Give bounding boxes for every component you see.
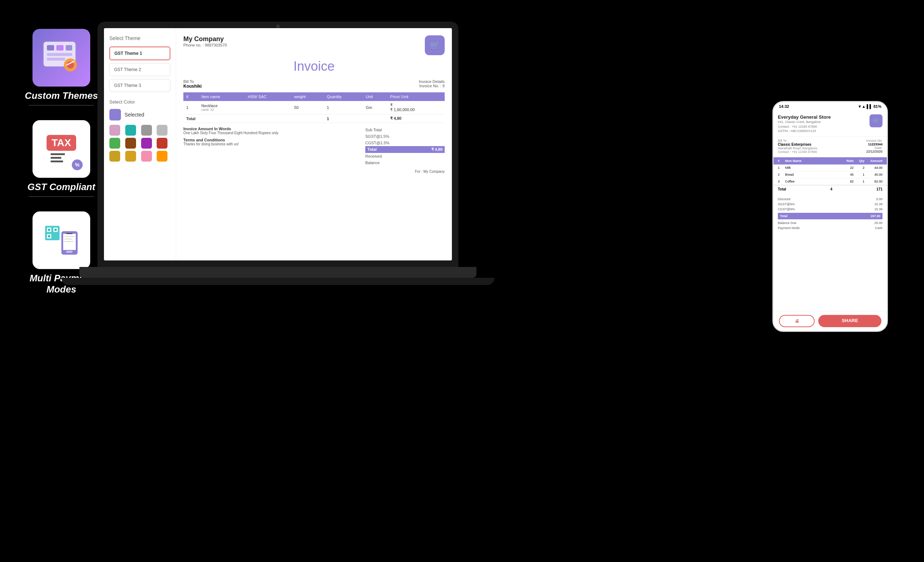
color-swatch-2[interactable] — [141, 125, 152, 136]
feature-custom-themes: Custom Themes — [25, 29, 98, 106]
th-num: # — [183, 92, 198, 101]
color-swatch-7[interactable] — [157, 138, 168, 149]
pr1-rate: 22 — [839, 166, 854, 170]
phone-sgst-row: SGST@9% 15.39 — [778, 202, 882, 207]
company-info: My Company Phone no. : 9897303570 — [183, 35, 227, 47]
left-features-panel: Custom Themes TAX % GST Compliant — [22, 29, 101, 295]
divider-2 — [29, 196, 94, 197]
phone-date-val: 22/12/2020 — [866, 150, 882, 153]
table-row: 1 Necklace carat: 22 50 1 Gm ₹ — [183, 101, 445, 114]
multi-payment-svg — [42, 222, 81, 258]
phone-table: # Item Name Rate Qty Amount 1 Milk 22 2 … — [774, 157, 887, 193]
pr3-item: Coffee — [785, 179, 839, 183]
phone-store-gstin: GSTIN - ABC13456XX123 — [778, 129, 831, 133]
svg-rect-5 — [47, 58, 65, 61]
company-phone: Phone no. : 9897303570 — [183, 43, 227, 47]
svg-rect-24 — [64, 238, 72, 239]
phone-table-row-3: 3 Coffee 82 1 82.00 — [774, 178, 887, 185]
multi-payment-icon-box — [33, 211, 90, 269]
cgst-label: CGST@1.5% — [365, 140, 390, 145]
phone-container: 14:32 ▼▲ ▌▌ 81% Everyday General Store #… — [772, 101, 888, 332]
phone-customer-name: Classic Enterprises — [778, 142, 818, 146]
invoice-no: Invoice No. : 9 — [418, 84, 445, 88]
phone-summary: Discount 5.00 SGST@9% 15.39 CGST@9% 15.3… — [774, 194, 887, 233]
svg-rect-23 — [64, 236, 75, 237]
lines-icon — [51, 152, 72, 163]
phone-cgst-val: 15.39 — [874, 208, 882, 211]
phone-cgst-row: CGST@9% 15.39 — [778, 207, 882, 212]
phone-store-info: Everyday General Store #41, Classic Cres… — [778, 114, 831, 133]
price-value: ₹ 1,60,000.00 — [390, 108, 442, 112]
pr2-item: Bread — [785, 173, 839, 176]
gst-compliant-icon-box: TAX % — [33, 120, 90, 178]
phone-sgst-label: SGST@9% — [778, 202, 795, 206]
color-swatch-0[interactable] — [110, 125, 120, 136]
phone-total-label: Total — [778, 187, 786, 191]
phone-print-button[interactable]: 🖨 — [779, 315, 814, 327]
phone-customer-address: Marathalli Road, Bangalore, — [778, 146, 818, 150]
phone-invoice-meta: Bill To: Classic Enterprises Marathalli … — [774, 136, 887, 156]
pr2-rate: 45 — [839, 173, 854, 176]
color-swatch-4[interactable] — [110, 138, 120, 149]
color-swatch-11[interactable] — [157, 151, 168, 161]
summary-total: Total ₹ 4,80 — [365, 146, 445, 153]
pr1-qty: 2 — [854, 166, 864, 170]
theme-option-1[interactable]: GST Theme 1 — [110, 46, 170, 60]
words-text: One Lakh Sixty Four Thousand Eight Hundr… — [183, 131, 278, 135]
color-swatch-6[interactable] — [141, 138, 152, 149]
ph-th-item: Item Name — [785, 159, 839, 163]
pr2-amt: 45.00 — [864, 173, 882, 176]
svg-rect-17 — [54, 229, 57, 231]
svg-rect-21 — [66, 233, 72, 234]
ph-th-amount: Amount — [864, 159, 882, 163]
summary-received: Received — [365, 153, 445, 160]
percent-icon: % — [72, 160, 82, 170]
phone-customer-contact: Contact : +91 12345 67890 — [778, 150, 818, 154]
color-swatch-9[interactable] — [125, 151, 136, 161]
pr1-num: 1 — [778, 166, 785, 170]
th-hsn: HSN/ SAC — [245, 92, 291, 101]
phone-table-header: # Item Name Rate Qty Amount — [774, 157, 887, 164]
color-swatch-10[interactable] — [141, 151, 152, 161]
terms-text: Thanks for doing business with us! — [183, 142, 278, 146]
ph-th-qty: Qty — [854, 159, 864, 163]
invoice-details-section: Invoice Details Invoice No. : 9 — [418, 79, 445, 89]
theme-option-3[interactable]: GST Theme 3 — [110, 79, 170, 92]
total-unit — [363, 114, 387, 123]
pr3-num: 3 — [778, 179, 785, 183]
discount-val: 5.00 — [876, 197, 882, 201]
color-swatch-3[interactable] — [157, 125, 168, 136]
th-unit: Unit — [363, 92, 387, 101]
phone-payment-label: Payment Mode — [778, 226, 800, 230]
phone-payment-row: Payment Mode Cash — [778, 226, 882, 230]
item-sub: carat: 22 — [201, 108, 242, 111]
svg-rect-1 — [47, 45, 54, 51]
svg-rect-4 — [47, 53, 72, 56]
invoice-title: Invoice — [183, 59, 445, 74]
phone-time: 14:32 — [779, 104, 789, 109]
phone-grand-total-label: Total — [780, 214, 788, 218]
invoice-words-section: Invoice Amount In Words One Lakh Sixty F… — [183, 127, 278, 166]
subtotal-label: Sub Total — [365, 128, 382, 132]
color-swatch-1[interactable] — [125, 125, 136, 136]
balance-label: Balance — [365, 160, 380, 165]
color-swatch-8[interactable] — [110, 151, 120, 161]
theme-option-2[interactable]: GST Theme 2 — [110, 63, 170, 76]
th-weight: weight — [291, 92, 324, 101]
selected-color-label: Selected — [124, 112, 144, 118]
invoice-table: # Item name HSN/ SAC weight Quantity Uni… — [183, 92, 445, 123]
pr2-num: 2 — [778, 173, 785, 176]
app-icon-box: 🛒 — [425, 35, 445, 55]
svg-rect-18 — [48, 235, 50, 238]
selected-color-swatch[interactable] — [110, 109, 121, 121]
ph-th-num: # — [778, 159, 785, 163]
invoice-details-label: Invoice Details — [418, 79, 445, 84]
invoice-meta: Bill To Koushiki Invoice Details Invoice… — [183, 79, 445, 89]
pr3-qty: 1 — [854, 179, 864, 183]
print-icon: 🖨 — [795, 318, 799, 324]
color-swatch-5[interactable] — [125, 138, 136, 149]
phone-share-button[interactable]: SHARE — [818, 315, 881, 327]
svg-rect-22 — [66, 251, 72, 253]
row-qty: 1 — [324, 101, 363, 114]
theme-panel-title: Select Theme — [110, 35, 170, 41]
